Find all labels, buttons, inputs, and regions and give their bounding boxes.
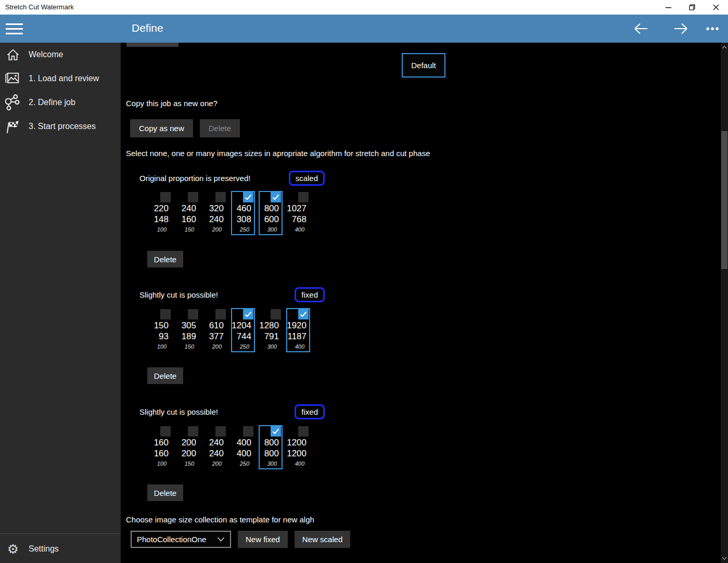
photos-icon bbox=[4, 70, 22, 87]
section-label: Slightly cut is possible! bbox=[139, 407, 218, 416]
size-width: 200 bbox=[182, 437, 199, 448]
back-arrow-icon bbox=[633, 22, 649, 35]
delete-job-button[interactable]: Delete bbox=[200, 119, 240, 137]
collection-dropdown[interactable]: PhotoCollectionOne bbox=[131, 531, 231, 548]
more-options-button[interactable]: ••• bbox=[701, 21, 724, 36]
size-option-400x400[interactable]: 400400250 bbox=[231, 425, 255, 469]
home-icon bbox=[4, 46, 22, 63]
sidebar-item-1-load-and-review[interactable]: 1. Load and review bbox=[0, 67, 121, 91]
scrollbar-thumb[interactable] bbox=[721, 131, 727, 269]
sidebar-item-settings[interactable]: ⚙ Settings bbox=[0, 537, 121, 561]
size-tag: 150 bbox=[185, 460, 199, 467]
back-button[interactable] bbox=[630, 21, 653, 36]
app-header: Define ••• bbox=[0, 15, 728, 43]
size-option-800x800[interactable]: 800800300 bbox=[259, 425, 283, 469]
size-option-1920x1187[interactable]: 19201187400 bbox=[286, 308, 310, 352]
size-checkbox[interactable] bbox=[215, 192, 226, 202]
size-height: 160 bbox=[182, 214, 199, 225]
size-width: 320 bbox=[209, 203, 226, 214]
size-tag: 300 bbox=[267, 226, 282, 233]
size-checkbox[interactable] bbox=[298, 309, 309, 319]
size-option-610x377[interactable]: 610377200 bbox=[203, 308, 227, 352]
minimize-button[interactable] bbox=[656, 0, 680, 15]
size-option-150x93[interactable]: 15093100 bbox=[148, 308, 172, 352]
size-height: 1187 bbox=[287, 331, 309, 342]
default-button[interactable]: Default bbox=[402, 53, 445, 78]
size-height: 800 bbox=[264, 448, 282, 459]
scrollbar-up-icon bbox=[722, 46, 727, 49]
sidebar-item-2-define-job[interactable]: 2. Define job bbox=[0, 91, 121, 114]
close-button[interactable] bbox=[704, 0, 728, 15]
size-checkbox[interactable] bbox=[160, 192, 171, 202]
size-checkbox[interactable] bbox=[298, 192, 309, 202]
restore-icon bbox=[689, 4, 695, 10]
size-option-200x200[interactable]: 200200150 bbox=[176, 425, 200, 469]
forward-button[interactable] bbox=[669, 21, 692, 36]
scrollbar-up-button[interactable] bbox=[721, 44, 728, 51]
size-option-240x240[interactable]: 240240200 bbox=[203, 425, 227, 469]
size-checkbox[interactable] bbox=[271, 426, 281, 437]
size-option-800x600[interactable]: 800600300 bbox=[259, 191, 283, 235]
size-option-1204x744[interactable]: 1204744250 bbox=[231, 308, 255, 352]
copy-as-new-button[interactable]: Copy as new bbox=[130, 119, 193, 137]
size-height: 600 bbox=[264, 214, 282, 225]
size-option-320x240[interactable]: 320240200 bbox=[203, 191, 227, 235]
vertical-scrollbar[interactable] bbox=[721, 43, 728, 563]
size-checkbox[interactable] bbox=[188, 309, 198, 319]
size-option-160x160[interactable]: 160160100 bbox=[148, 425, 172, 469]
size-tag: 100 bbox=[157, 460, 171, 467]
size-checkbox[interactable] bbox=[243, 192, 253, 202]
size-checkbox[interactable] bbox=[271, 192, 281, 202]
sidebar-item-3-start-processes[interactable]: 3. Start processes bbox=[0, 114, 121, 138]
delete-collection-button[interactable]: Delete bbox=[147, 484, 183, 501]
scrollbar-down-button[interactable] bbox=[721, 555, 728, 562]
delete-collection-button[interactable]: Delete bbox=[147, 367, 183, 384]
size-tag: 150 bbox=[185, 343, 199, 350]
size-width: 150 bbox=[154, 320, 171, 331]
partially-scrolled-button[interactable] bbox=[126, 43, 178, 47]
size-options-grid: 2201481002401601503202402004603082508006… bbox=[148, 191, 310, 235]
chevron-down-icon bbox=[217, 537, 225, 542]
new-scaled-button[interactable]: New scaled bbox=[295, 531, 351, 548]
new-fixed-button[interactable]: New fixed bbox=[238, 531, 288, 548]
size-checkbox[interactable] bbox=[160, 309, 171, 319]
size-checkbox[interactable] bbox=[188, 192, 198, 202]
size-tag: 100 bbox=[157, 343, 171, 350]
hamburger-menu-button[interactable] bbox=[4, 20, 25, 37]
size-width: 1204 bbox=[232, 320, 254, 331]
job-action-row: Copy as new Delete bbox=[130, 119, 240, 137]
size-tag: 200 bbox=[212, 460, 226, 467]
size-checkbox[interactable] bbox=[243, 426, 253, 437]
delete-collection-button[interactable]: Delete bbox=[147, 251, 183, 267]
algorithm-badge: fixed bbox=[295, 287, 325, 302]
size-tag: 400 bbox=[295, 460, 309, 467]
size-option-220x148[interactable]: 220148100 bbox=[148, 191, 172, 235]
size-width: 610 bbox=[209, 320, 226, 331]
size-checkbox[interactable] bbox=[215, 426, 226, 437]
size-option-460x308[interactable]: 460308250 bbox=[231, 191, 255, 235]
size-section-header: Slightly cut is possible!fixed bbox=[139, 403, 325, 420]
checkmark-icon bbox=[245, 311, 252, 317]
size-options-grid: 1601601002002001502402402004004002508008… bbox=[148, 425, 310, 469]
size-checkbox[interactable] bbox=[243, 309, 253, 319]
restore-button[interactable] bbox=[680, 0, 704, 15]
size-checkbox[interactable] bbox=[215, 309, 226, 319]
size-checkbox[interactable] bbox=[298, 426, 309, 437]
size-tag: 250 bbox=[240, 343, 254, 350]
scrollbar-down-icon bbox=[722, 557, 727, 560]
size-checkbox[interactable] bbox=[271, 309, 281, 319]
hamburger-icon bbox=[6, 23, 23, 25]
size-option-240x160[interactable]: 240160150 bbox=[176, 191, 200, 235]
size-option-1280x791[interactable]: 1280791300 bbox=[259, 308, 283, 352]
main-content: Default Copy this job as new one? Copy a… bbox=[121, 43, 721, 563]
size-checkbox[interactable] bbox=[188, 426, 198, 437]
size-height: 189 bbox=[182, 331, 199, 342]
size-checkbox[interactable] bbox=[160, 426, 171, 437]
copy-question-label: Copy this job as new one? bbox=[126, 99, 218, 108]
size-option-305x189[interactable]: 305189150 bbox=[176, 308, 200, 352]
size-option-1200x1200[interactable]: 12001200400 bbox=[286, 425, 310, 469]
sidebar-item-welcome[interactable]: Welcome bbox=[0, 43, 121, 67]
size-tag: 250 bbox=[240, 460, 254, 467]
size-height: 240 bbox=[209, 214, 226, 225]
size-option-1027x768[interactable]: 1027768400 bbox=[286, 191, 310, 235]
